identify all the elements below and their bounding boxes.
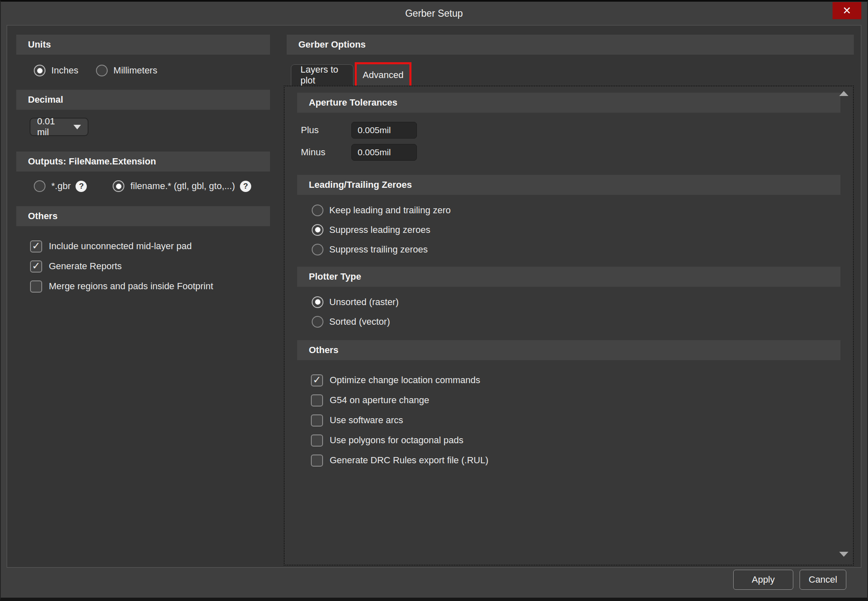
units-options: InchesMillimeters xyxy=(16,64,270,77)
apply-button[interactable]: Apply xyxy=(733,570,793,590)
tab-bar: Layers to plotAdvanced xyxy=(284,64,854,86)
radio-label: Inches xyxy=(51,65,78,76)
checkbox-label: Use polygons for octagonal pads xyxy=(330,435,463,446)
radio-dot xyxy=(315,227,320,232)
radio-icon[interactable] xyxy=(312,296,323,308)
tolerance-input-minus[interactable] xyxy=(351,144,417,161)
radio-option-suppress-trailing-zeroes[interactable]: Suppress trailing zeroes xyxy=(297,240,840,259)
radio-option-keep-leading-and-trailing-zero[interactable]: Keep leading and trailing zero xyxy=(297,200,840,220)
decimal-dropdown-value: 0.01 mil xyxy=(37,116,69,138)
radio-option-filename-gtl-gbl-gto[interactable]: filename.* (gtl, gbl, gto,...)? xyxy=(113,180,251,192)
titlebar: Gerber Setup ✕ xyxy=(1,2,867,25)
gerber-setup-dialog: Gerber Setup ✕ Units InchesMillimeters D… xyxy=(0,0,868,601)
checkbox-icon[interactable] xyxy=(311,414,323,427)
radio-dot xyxy=(37,68,43,73)
checkbox-option-generate-reports[interactable]: ✓Generate Reports xyxy=(16,256,270,276)
tolerance-input-plus[interactable] xyxy=(351,122,417,139)
checkbox-option-use-polygons-for-octagonal-pads[interactable]: Use polygons for octagonal pads xyxy=(297,430,840,450)
checkbox-label: Include unconnected mid-layer pad xyxy=(49,241,192,252)
radio-option-suppress-leading-zeroes[interactable]: Suppress leading zeroes xyxy=(297,220,840,240)
checkbox-icon[interactable] xyxy=(30,280,42,293)
radio-icon[interactable] xyxy=(312,244,323,255)
cancel-button[interactable]: Cancel xyxy=(800,570,846,590)
tolerance-label: Plus xyxy=(301,125,351,136)
radio-option-unsorted-raster[interactable]: Unsorted (raster) xyxy=(297,292,840,312)
right-panel: Gerber Options Layers to plotAdvanced Ap… xyxy=(284,25,854,566)
tolerance-field-plus: Plus xyxy=(297,122,840,139)
radio-label: Sorted (vector) xyxy=(329,316,390,327)
triangle-down-icon xyxy=(839,552,848,557)
checkbox-option-include-unconnected-mid-layer-pad[interactable]: ✓Include unconnected mid-layer pad xyxy=(16,236,270,256)
outputs-header: Outputs: FileName.Extension xyxy=(16,152,270,172)
radio-dot xyxy=(116,184,121,189)
left-panel: Units InchesMillimeters Decimal 0.01 mil… xyxy=(16,25,270,296)
checkbox-icon[interactable] xyxy=(311,455,323,467)
left-others-header: Others xyxy=(16,206,270,226)
left-others-checkboxes: ✓Include unconnected mid-layer pad✓Gener… xyxy=(16,236,270,296)
units-header: Units xyxy=(16,35,270,55)
aperture-fields: PlusMinus xyxy=(297,122,840,161)
decimal-dropdown[interactable]: 0.01 mil xyxy=(30,118,88,136)
checkmark-icon: ✓ xyxy=(313,375,321,385)
radio-option-millimeters[interactable]: Millimeters xyxy=(96,65,157,76)
checkbox-option-use-software-arcs[interactable]: Use software arcs xyxy=(297,410,840,430)
radio-icon[interactable] xyxy=(312,224,323,236)
gerber-options-header: Gerber Options xyxy=(287,35,854,55)
radio-label: Millimeters xyxy=(114,65,157,76)
checkbox-icon[interactable]: ✓ xyxy=(30,240,42,253)
radio-label: Keep leading and trailing zero xyxy=(329,205,451,216)
outputs-options: *.gbr?filename.* (gtl, gbl, gto,...)? xyxy=(16,180,270,192)
radio-option-sorted-vector[interactable]: Sorted (vector) xyxy=(297,312,840,331)
scroll-down-button[interactable] xyxy=(839,550,849,558)
checkbox-option-g54-on-aperture-change[interactable]: G54 on aperture change xyxy=(297,390,840,410)
plotter-type-header: Plotter Type xyxy=(297,267,840,287)
radio-icon[interactable] xyxy=(34,180,45,192)
checkbox-icon[interactable]: ✓ xyxy=(311,374,323,386)
checkbox-option-optimize-change-location-commands[interactable]: ✓Optimize change location commands xyxy=(297,370,840,390)
zeroes-options: Keep leading and trailing zeroSuppress l… xyxy=(297,200,840,259)
help-icon[interactable]: ? xyxy=(76,181,87,192)
dialog-title: Gerber Setup xyxy=(1,8,867,19)
close-button[interactable]: ✕ xyxy=(833,2,861,19)
radio-icon[interactable] xyxy=(312,316,323,328)
radio-icon[interactable] xyxy=(312,205,323,216)
checkbox-label: Merge regions and pads inside Footprint xyxy=(49,281,213,292)
radio-icon[interactable] xyxy=(113,180,124,192)
checkbox-option-merge-regions-and-pads-inside-footprint[interactable]: Merge regions and pads inside Footprint xyxy=(16,276,270,296)
tab-layers-to-plot[interactable]: Layers to plot xyxy=(291,64,353,86)
zeroes-header: Leading/Trailing Zeroes xyxy=(297,175,840,195)
triangle-up-icon xyxy=(839,91,848,96)
radio-label: filename.* (gtl, gbl, gto,...) xyxy=(130,181,235,192)
right-others-checkboxes: ✓Optimize change location commandsG54 on… xyxy=(297,370,840,470)
tolerance-label: Minus xyxy=(301,147,351,158)
plotter-options: Unsorted (raster)Sorted (vector) xyxy=(297,292,840,331)
decimal-header: Decimal xyxy=(16,90,270,110)
checkmark-icon: ✓ xyxy=(32,241,40,251)
radio-label: Suppress leading zeroes xyxy=(329,225,430,235)
radio-icon[interactable] xyxy=(34,65,45,76)
footer-bar: Apply Cancel xyxy=(1,563,867,598)
radio-label: Suppress trailing zeroes xyxy=(329,244,428,255)
right-others-header: Others xyxy=(297,340,840,360)
checkbox-option-generate-drc-rules-export-file-rul[interactable]: Generate DRC Rules export file (.RUL) xyxy=(297,450,840,470)
checkbox-label: Generate DRC Rules export file (.RUL) xyxy=(330,455,488,466)
checkmark-icon: ✓ xyxy=(32,261,40,271)
tab-advanced[interactable]: Advanced xyxy=(357,64,409,86)
checkbox-label: Generate Reports xyxy=(49,261,122,272)
checkbox-icon[interactable] xyxy=(311,394,323,407)
help-icon[interactable]: ? xyxy=(240,181,251,192)
radio-label: *.gbr xyxy=(51,181,71,192)
close-icon: ✕ xyxy=(843,5,851,16)
dialog-body: Units InchesMillimeters Decimal 0.01 mil… xyxy=(7,25,861,568)
chevron-down-icon xyxy=(73,125,81,129)
radio-icon[interactable] xyxy=(96,65,108,76)
radio-option-inches[interactable]: Inches xyxy=(34,65,78,76)
scroll-up-button[interactable] xyxy=(839,90,849,97)
checkbox-icon[interactable] xyxy=(311,434,323,447)
radio-label: Unsorted (raster) xyxy=(329,297,399,308)
radio-option-gbr[interactable]: *.gbr? xyxy=(34,180,87,192)
checkbox-label: Use software arcs xyxy=(330,415,403,426)
tolerance-field-minus: Minus xyxy=(297,144,840,161)
checkbox-icon[interactable]: ✓ xyxy=(30,260,42,273)
checkbox-label: Optimize change location commands xyxy=(330,375,480,386)
